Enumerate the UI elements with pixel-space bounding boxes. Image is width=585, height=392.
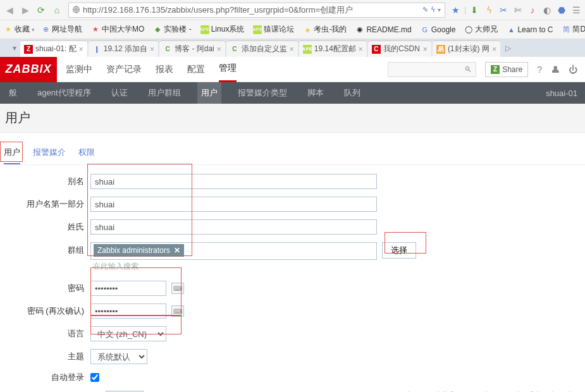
topnav-item[interactable]: 监测中 (66, 58, 92, 82)
topnav-item[interactable]: 资产记录 (106, 58, 142, 82)
current-host-label: shuai-01 (546, 89, 585, 98)
alias-input[interactable] (90, 174, 377, 189)
close-tab-icon[interactable]: × (359, 45, 363, 54)
topnav-item[interactable]: 报表 (156, 58, 173, 82)
star-icon: ★ (4, 25, 13, 34)
subnav-item[interactable]: 用户群组 (144, 82, 185, 104)
close-tab-icon[interactable]: × (150, 45, 154, 54)
bookmark-item[interactable]: ★中国大学MO (91, 24, 144, 35)
bookmark-favicon: ⊕ (41, 25, 50, 34)
forward-button[interactable]: ▶ (18, 3, 32, 17)
bookmark-item[interactable]: ▲Learn to C (507, 25, 553, 34)
home-button[interactable]: ⌂ (50, 3, 64, 17)
bookmark-item[interactable]: APE猿课论坛 (253, 24, 294, 35)
group-hint: 在此输入搜索 (90, 260, 377, 273)
subnav-item[interactable]: 认证 (108, 82, 132, 104)
bookmark-item[interactable]: GGoogle (421, 25, 456, 34)
keyboard-icon[interactable]: ⌨ (171, 283, 184, 294)
download-icon[interactable]: ⬇ (468, 4, 481, 16)
bookmark-item[interactable]: ◆实验楼 - (153, 24, 191, 35)
url-bar[interactable]: 🌐︎ http://192.168.176.135/zabbix/users.p… (68, 3, 445, 18)
browser-tab[interactable]: ❙19.12 添加自× (89, 40, 158, 57)
bookmark-item[interactable]: ⊕网址导航 (41, 24, 82, 35)
bookmark-favicon: ▲ (507, 25, 515, 34)
password-label: 密码 (0, 283, 90, 294)
password2-input[interactable] (90, 303, 166, 319)
close-tab-icon[interactable]: × (290, 45, 294, 54)
bookmark-favicon: ◆ (153, 25, 162, 34)
name-label: 用户名第一部分 (0, 199, 90, 210)
surname-input[interactable] (90, 219, 377, 235)
browser-tab[interactable]: Zshuai-01: 配× (20, 40, 87, 57)
subnav-item[interactable]: 用户 (197, 82, 221, 104)
help-icon[interactable]: ? (537, 64, 542, 75)
lang-select[interactable]: 中文 (zh_CN) (90, 326, 166, 341)
share-button[interactable]: Z Share (485, 62, 528, 77)
theme-select[interactable]: 系统默认 (90, 349, 147, 364)
logout-icon[interactable]: ⏻ (569, 64, 577, 75)
tab-favicon: APE (303, 45, 312, 54)
bookmark-icon[interactable]: ★ (450, 4, 462, 16)
close-tab-icon[interactable]: × (492, 45, 496, 54)
back-button[interactable]: ◀ (3, 3, 16, 17)
browser-tab[interactable]: C添加自定义监× (226, 40, 298, 57)
subnav-item[interactable]: 般 (5, 82, 21, 104)
browser-tab[interactable]: 易(1封未读) 网× (433, 40, 500, 57)
lang-label: 语言 (0, 328, 90, 340)
browser-tab[interactable]: C博客 - 阿dai× (159, 40, 225, 57)
camera-icon[interactable]: ✂ (497, 4, 510, 16)
scissor-icon[interactable]: ✄ (512, 4, 524, 16)
zabbix-logo[interactable]: ZABBIX (0, 57, 57, 82)
menu-icon[interactable]: ☰ (570, 4, 582, 16)
reload-button[interactable]: ⟳ (34, 3, 48, 17)
search-input[interactable]: 🔍︎ (388, 62, 476, 77)
edit-icon: ✎ (422, 6, 428, 14)
search-icon: 🔍︎ (464, 65, 472, 74)
extension1-icon[interactable]: ◐ (541, 4, 553, 16)
bookmark-favicon: G (421, 25, 429, 34)
bookmark-item[interactable]: 简简Dj (562, 24, 585, 35)
tab-favicon: 易 (436, 45, 445, 54)
bookmark-favicon: APE (200, 25, 209, 34)
keyboard-icon[interactable]: ⌨ (171, 305, 184, 317)
close-tab-icon[interactable]: × (423, 45, 428, 54)
bookmarks-label[interactable]: ★ 收藏 ▾ (4, 24, 35, 35)
form-tab[interactable]: 权限 (78, 147, 95, 164)
bolt-icon: ϟ (431, 6, 435, 14)
tabs-dropdown-icon[interactable]: ▾ (13, 44, 16, 52)
subnav-item[interactable]: 报警媒介类型 (234, 82, 291, 104)
form-tab[interactable]: 报警媒介 (33, 147, 66, 164)
form-tab[interactable]: 用户 (4, 147, 20, 164)
globe-icon: 🌐︎ (73, 6, 80, 15)
remove-group-icon[interactable]: ✕ (174, 246, 180, 255)
name-input[interactable] (90, 197, 377, 212)
shield-icon[interactable]: ⬣ (555, 4, 568, 16)
password2-label: 密码 (再次确认) (0, 305, 90, 317)
close-tab-icon[interactable]: × (217, 45, 221, 54)
lightning-icon[interactable]: ϟ (483, 4, 495, 16)
subnav-item[interactable]: agent代理程序 (34, 82, 95, 104)
bookmark-item[interactable]: ◉README.md (355, 25, 411, 34)
dropdown-icon[interactable]: ▾ (438, 6, 441, 13)
user-icon[interactable]: 👤︎ (551, 64, 560, 75)
bookmark-item[interactable]: ◯大师兄 (464, 24, 498, 35)
select-group-button[interactable]: 选择 (382, 242, 416, 259)
close-tab-icon[interactable]: × (79, 45, 83, 54)
subnav-item[interactable]: 队列 (340, 82, 364, 104)
page-title: 用户 (0, 104, 585, 133)
browser-tab[interactable]: APE19.14配置邮× (299, 40, 367, 57)
subnav-item[interactable]: 脚本 (304, 82, 328, 104)
browser-tab[interactable]: C我的CSDN× (368, 40, 431, 57)
topnav-item[interactable]: 配置 (187, 58, 205, 82)
bookmark-favicon: 简 (562, 25, 570, 34)
autologin-checkbox[interactable] (90, 373, 99, 382)
music-icon[interactable]: ♪ (526, 4, 539, 16)
bookmark-item[interactable]: ♣考虫-我的 (303, 24, 347, 35)
surname-label: 姓氏 (0, 221, 90, 233)
new-tab-button[interactable]: ▷ (502, 44, 515, 52)
password-input[interactable] (90, 281, 166, 296)
topnav-item[interactable]: 管理 (219, 56, 237, 82)
bookmark-item[interactable]: APELinux系统 (200, 24, 245, 35)
bookmark-favicon: ★ (91, 25, 100, 34)
group-tagbox[interactable]: Zabbix administrators ✕ (90, 242, 377, 260)
